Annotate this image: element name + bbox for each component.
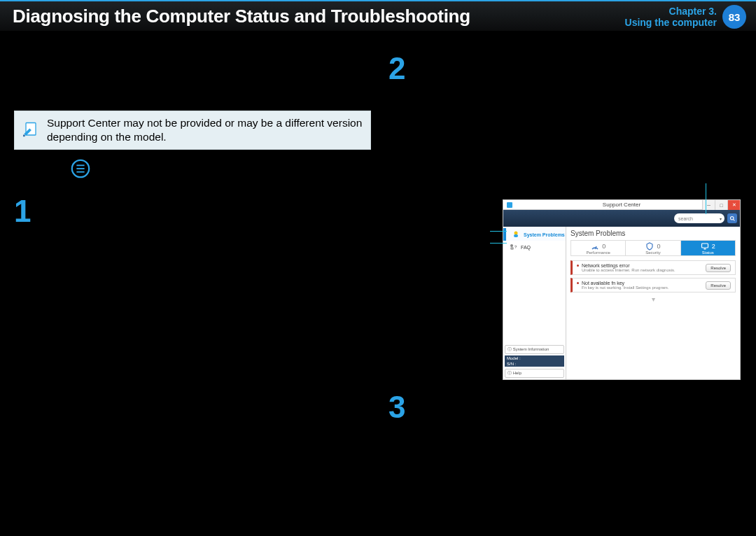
- sc-app-icon: [506, 202, 513, 209]
- window-buttons: ─ □ ✕: [702, 200, 740, 210]
- issue-title-0: Network settings error: [582, 263, 706, 268]
- monitor-icon: [701, 242, 709, 251]
- tab-status-label: Status: [702, 251, 714, 255]
- sc-search-button[interactable]: [727, 213, 737, 223]
- issue-sub-0: Unable to access Internet. Run network d…: [582, 268, 706, 272]
- sysinfo-header: ⓘ System Information: [505, 345, 564, 354]
- left-column: Support Center may not be provided or ma…: [14, 48, 378, 442]
- sysinfo-model: Model :: [505, 355, 564, 361]
- sc-body: System Problems ? FAQ ⓘ System Informati…: [503, 227, 740, 379]
- svg-point-7: [730, 216, 734, 220]
- issue-text-0: Network settings error Unable to access …: [582, 263, 706, 272]
- minimize-button[interactable]: ─: [702, 200, 715, 210]
- issue-row-0: Network settings error Unable to access …: [570, 260, 736, 275]
- issue-row-1: Not available fn key Fn key is not worki…: [570, 278, 736, 292]
- page-number-badge: 83: [722, 5, 746, 29]
- chapter-block: Chapter 3. Using the computer: [625, 6, 717, 28]
- nav-system-problems-label: System Problems: [524, 232, 565, 237]
- svg-rect-10: [514, 234, 518, 237]
- chapter-line-2: Using the computer: [625, 17, 717, 28]
- svg-rect-1: [23, 135, 25, 137]
- leader-line: [490, 231, 507, 232]
- shield-icon: [645, 242, 654, 251]
- tab-performance-count: 0: [602, 243, 606, 250]
- sc-main: System Problems 0 Performance: [566, 227, 740, 379]
- tab-status[interactable]: 2 Status: [681, 241, 735, 255]
- svg-rect-15: [701, 244, 708, 248]
- shield-person-icon: [512, 230, 520, 239]
- leader-line: [490, 243, 507, 244]
- note-box: Support Center may not be provided or ma…: [14, 111, 371, 150]
- header-bar: Diagnosing the Computer Status and Troub…: [0, 0, 756, 31]
- panel-title: System Problems: [570, 230, 736, 237]
- page-title: Diagnosing the Computer Status and Troub…: [13, 6, 470, 27]
- sysinfo-sn: S/N :: [505, 361, 564, 367]
- person-q-icon: ?: [509, 243, 517, 251]
- nav-faq[interactable]: ? FAQ: [503, 241, 566, 253]
- help-link[interactable]: ⓘ Help: [505, 369, 564, 378]
- resolve-button-1[interactable]: Resolve: [706, 281, 731, 290]
- issue-text-1: Not available fn key Fn key is not worki…: [582, 281, 706, 290]
- all-apps-icon: [70, 158, 91, 179]
- bullet-icon: [577, 282, 579, 284]
- sc-search-input[interactable]: search ▾: [674, 213, 724, 223]
- svg-line-8: [733, 219, 734, 220]
- svg-rect-12: [510, 247, 514, 250]
- tab-security-count: 0: [657, 243, 660, 250]
- issue-title-1: Not available fn key: [582, 281, 706, 285]
- svg-point-11: [510, 244, 513, 247]
- sc-sidebar: System Problems ? FAQ ⓘ System Informati…: [503, 227, 566, 379]
- nav-faq-label: FAQ: [521, 245, 531, 250]
- sc-search-placeholder: search: [678, 216, 693, 221]
- gauge-icon: [591, 242, 599, 251]
- issue-sub-1: Fn key is not working. Install Settings …: [582, 285, 706, 290]
- sc-tabs: 0 Performance 0 Security: [570, 240, 736, 256]
- sc-titlebar: Support Center ─ □ ✕: [503, 200, 740, 210]
- resolve-button-0[interactable]: Resolve: [706, 264, 731, 272]
- chevron-down-icon[interactable]: ▾: [570, 295, 736, 303]
- header-right: Chapter 3. Using the computer 83: [625, 1, 746, 32]
- support-center-window: Support Center ─ □ ✕ search ▾: [503, 199, 741, 380]
- sc-toolbar: search ▾: [503, 210, 740, 227]
- tab-performance[interactable]: 0 Performance: [571, 241, 626, 255]
- svg-text:?: ?: [514, 245, 517, 249]
- tab-security-label: Security: [645, 251, 661, 255]
- tab-performance-label: Performance: [586, 251, 610, 255]
- leader-line: [706, 183, 706, 214]
- note-text: Support Center may not be provided or ma…: [47, 116, 363, 144]
- chapter-line-1: Chapter 3.: [625, 6, 717, 17]
- tab-security[interactable]: 0 Security: [626, 241, 680, 255]
- sc-sidebar-bottom: ⓘ System Information Model : S/N : ⓘ Hel…: [503, 344, 566, 379]
- svg-rect-16: [704, 248, 706, 250]
- sc-window-title: Support Center: [603, 202, 640, 208]
- note-icon: [20, 120, 41, 141]
- maximize-button[interactable]: □: [715, 200, 727, 210]
- bullet-icon: [577, 265, 579, 267]
- dropdown-chevron-icon[interactable]: ▾: [720, 216, 722, 221]
- svg-line-14: [595, 246, 596, 249]
- nav-system-problems[interactable]: System Problems: [503, 228, 566, 241]
- svg-point-9: [514, 232, 518, 235]
- sc-nav: System Problems ? FAQ: [503, 227, 566, 253]
- svg-rect-6: [507, 202, 512, 208]
- tab-status-count: 2: [712, 243, 715, 250]
- close-button[interactable]: ✕: [727, 200, 740, 210]
